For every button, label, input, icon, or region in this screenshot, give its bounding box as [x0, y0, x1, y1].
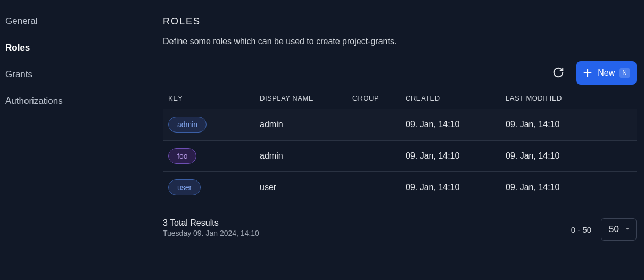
cell-last-modified: 09. Jan, 14:10	[506, 120, 631, 129]
role-key-chip[interactable]: user	[168, 179, 201, 195]
cell-created: 09. Jan, 14:10	[406, 151, 506, 161]
cell-last-modified: 09. Jan, 14:10	[506, 183, 631, 192]
table-row[interactable]: adminadmin09. Jan, 14:1009. Jan, 14:10	[163, 109, 637, 141]
page-size-value: 50	[609, 224, 619, 235]
col-header-created: CREATED	[406, 94, 506, 102]
role-key-chip[interactable]: foo	[168, 148, 196, 164]
cell-created: 09. Jan, 14:10	[406, 120, 506, 129]
cell-display-name: admin	[260, 120, 352, 129]
new-button[interactable]: New N	[576, 61, 637, 85]
table-row[interactable]: useruser09. Jan, 14:1009. Jan, 14:10	[163, 172, 637, 203]
cell-display-name: admin	[260, 151, 352, 161]
footer-timestamp: Tuesday 09. Jan 2024, 14:10	[163, 229, 259, 237]
page-title: ROLES	[163, 16, 637, 27]
pagination-range: 0 - 50	[571, 225, 591, 234]
sidebar-item-general[interactable]: General	[5, 16, 149, 27]
plus-icon	[582, 67, 593, 79]
new-button-shortcut: N	[619, 68, 630, 78]
new-button-label: New	[598, 68, 615, 78]
col-header-key: KEY	[168, 94, 260, 102]
total-results: 3 Total Results	[163, 218, 259, 228]
page-description: Define some roles which can be used to c…	[163, 37, 637, 46]
main-content: ROLES Define some roles which can be use…	[149, 0, 644, 280]
table-row[interactable]: fooadmin09. Jan, 14:1009. Jan, 14:10	[163, 141, 637, 172]
roles-table: KEY DISPLAY NAME GROUP CREATED LAST MODI…	[163, 94, 637, 203]
col-header-display-name: DISPLAY NAME	[260, 94, 352, 102]
refresh-icon	[552, 67, 564, 80]
toolbar: New N	[163, 61, 637, 85]
col-header-last-modified: LAST MODIFIED	[506, 94, 631, 102]
sidebar-item-authorizations[interactable]: Authorizations	[5, 96, 149, 106]
sidebar: General Roles Grants Authorizations	[0, 0, 149, 280]
table-header: KEY DISPLAY NAME GROUP CREATED LAST MODI…	[163, 94, 637, 109]
refresh-button[interactable]	[550, 64, 567, 81]
cell-display-name: user	[260, 183, 352, 192]
role-key-chip[interactable]: admin	[168, 117, 207, 133]
sidebar-item-grants[interactable]: Grants	[5, 69, 149, 80]
cell-created: 09. Jan, 14:10	[406, 183, 506, 192]
sidebar-item-roles[interactable]: Roles	[5, 43, 149, 53]
cell-last-modified: 09. Jan, 14:10	[506, 151, 631, 161]
col-header-group: GROUP	[352, 94, 406, 102]
page-size-select[interactable]: 50	[601, 218, 637, 241]
table-footer: 3 Total Results Tuesday 09. Jan 2024, 14…	[163, 203, 637, 241]
chevron-down-icon	[624, 224, 631, 235]
